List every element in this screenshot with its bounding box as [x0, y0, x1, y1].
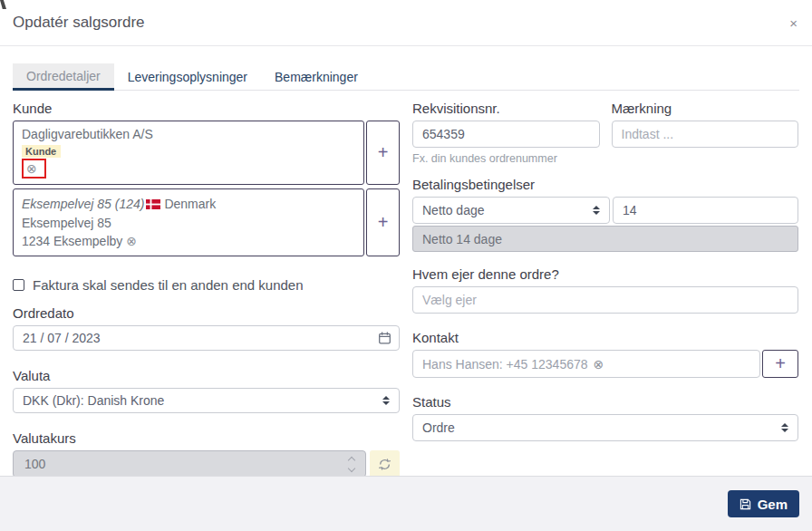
- address-line-3: 1234 Eksempelby ⊗: [22, 232, 355, 250]
- valutakurs-value: 100: [24, 457, 45, 471]
- rekvisition-input[interactable]: [412, 121, 600, 148]
- valutakurs-input: 100: [13, 450, 366, 478]
- valutakurs-row: 100: [13, 450, 400, 478]
- ordredato-label: Ordredato: [13, 305, 400, 321]
- ordredato-wrap: [13, 325, 400, 351]
- valuta-label: Valuta: [13, 368, 400, 383]
- status-select[interactable]: Ordre: [412, 414, 798, 441]
- status-value: Ordre: [422, 420, 455, 435]
- save-icon: [740, 498, 751, 510]
- remove-customer-icon[interactable]: ⊗: [26, 161, 37, 176]
- right-column: Rekvisitionsnr. Fx. din kundes ordrenumm…: [412, 100, 798, 478]
- customer-box: Dagligvarebutikken A/S Kunde ⊗: [13, 121, 364, 185]
- modal-header: Opdatér salgsordre ×: [0, 0, 812, 46]
- customer-picker: Dagligvarebutikken A/S Kunde ⊗ +: [13, 121, 400, 185]
- remove-address-icon[interactable]: ⊗: [126, 234, 137, 248]
- invoice-checkbox[interactable]: [13, 279, 24, 291]
- invoice-checkbox-row: Faktura skal sendes til en anden end kun…: [13, 277, 400, 293]
- betaling-type-value: Netto dage: [422, 203, 485, 217]
- save-button[interactable]: Gem: [728, 490, 799, 517]
- refresh-rate-button[interactable]: [370, 450, 400, 478]
- modal-title: Opdatér salgsordre: [13, 14, 145, 32]
- ordredato-input[interactable]: [13, 325, 400, 351]
- betaling-type-select[interactable]: Netto dage: [412, 197, 610, 224]
- customer-badge: Kunde: [22, 145, 61, 158]
- address-line-1: Eksempelvej 85 (124)Denmark: [22, 195, 355, 214]
- tab-bemaerkninger[interactable]: Bemærkninger: [261, 64, 372, 91]
- left-column: Kunde Dagligvarebutikken A/S Kunde ⊗ + E…: [13, 100, 400, 478]
- status-label: Status: [412, 394, 798, 410]
- remove-kontakt-icon[interactable]: ⊗: [594, 357, 604, 372]
- owner-input[interactable]: [412, 286, 798, 314]
- address-picker: Eksempelvej 85 (124)Denmark Eksempelvej …: [13, 188, 400, 256]
- betaling-summary: Netto 14 dage: [412, 226, 798, 252]
- tab-leveringsoplysninger[interactable]: Leveringsoplysninger: [114, 64, 261, 91]
- modal-footer: Gem: [0, 476, 812, 531]
- kontakt-box[interactable]: Hans Hansen: +45 12345678 ⊗: [412, 350, 760, 378]
- danish-flag-icon: [146, 196, 160, 214]
- rekvisition-maerkning-row: Rekvisitionsnr. Fx. din kundes ordrenumm…: [412, 100, 798, 165]
- chevron-updown-icon: [382, 396, 390, 405]
- betaling-label: Betalingsbetingelser: [412, 177, 798, 192]
- tab-ordredetaljer[interactable]: Ordredetaljer: [13, 63, 114, 91]
- address-box: Eksempelvej 85 (124)Denmark Eksempelvej …: [13, 188, 364, 256]
- maerkning-input[interactable]: [612, 121, 799, 148]
- add-address-button[interactable]: +: [366, 188, 400, 256]
- refresh-icon: [378, 458, 392, 471]
- close-icon[interactable]: ×: [789, 16, 798, 30]
- valuta-value: DKK (Dkr): Danish Krone: [23, 393, 164, 408]
- valutakurs-label: Valutakurs: [13, 430, 400, 446]
- remove-customer-annotation: ⊗: [22, 159, 46, 179]
- betaling-days-input[interactable]: [613, 197, 798, 224]
- valuta-select[interactable]: DKK (Dkr): Danish Krone: [13, 388, 400, 413]
- add-kontakt-button[interactable]: +: [762, 350, 798, 378]
- number-stepper-icon: [349, 458, 354, 471]
- kontakt-label: Kontakt: [412, 330, 798, 345]
- rekvisition-helper: Fx. din kundes ordrenummer: [412, 152, 600, 165]
- maerkning-label: Mærkning: [612, 101, 799, 116]
- tab-bar: Ordredetaljer Leveringsoplysninger Bemær…: [13, 63, 799, 91]
- add-customer-button[interactable]: +: [366, 121, 400, 185]
- address-line-2: Eksempelvej 85: [22, 214, 355, 232]
- kontakt-row: Hans Hansen: +45 12345678 ⊗ +: [412, 350, 798, 378]
- invoice-checkbox-label: Faktura skal sendes til en anden end kun…: [33, 277, 304, 293]
- rekvisition-label: Rekvisitionsnr.: [412, 101, 600, 116]
- chevron-updown-icon: [593, 206, 600, 215]
- kunde-label: Kunde: [13, 101, 400, 116]
- customer-name: Dagligvarebutikken A/S: [22, 127, 355, 142]
- save-button-label: Gem: [758, 497, 788, 512]
- betaling-row: Netto dage: [412, 197, 798, 224]
- owner-label: Hvem ejer denne ordre?: [412, 266, 798, 282]
- calendar-icon[interactable]: [378, 332, 392, 345]
- rekvisition-field: Rekvisitionsnr. Fx. din kundes ordrenumm…: [412, 100, 600, 165]
- maerkning-field: Mærkning: [612, 100, 799, 165]
- chevron-updown-icon: [781, 423, 788, 432]
- kontakt-value: Hans Hansen: +45 12345678: [422, 357, 588, 372]
- form-content: Kunde Dagligvarebutikken A/S Kunde ⊗ + E…: [0, 91, 812, 478]
